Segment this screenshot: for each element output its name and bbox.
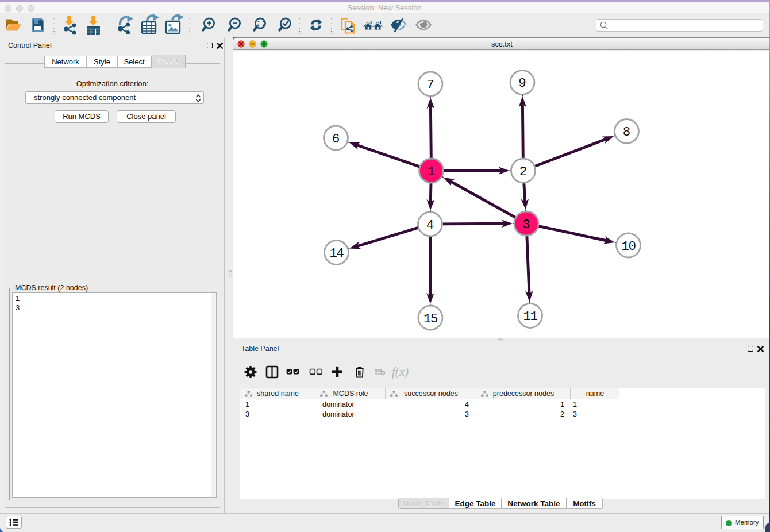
- svg-text:15: 15: [423, 311, 437, 326]
- svg-text:14: 14: [329, 246, 344, 261]
- svg-text:10: 10: [621, 239, 636, 254]
- svg-text:8: 8: [622, 125, 630, 140]
- svg-text:6: 6: [332, 132, 340, 147]
- svg-text:2: 2: [519, 164, 527, 179]
- svg-text:4: 4: [426, 218, 434, 233]
- svg-text:3: 3: [522, 217, 530, 232]
- svg-text:1: 1: [427, 164, 435, 179]
- svg-text:f(x): f(x): [392, 365, 409, 379]
- svg-text:9: 9: [518, 76, 526, 91]
- svg-text:11: 11: [523, 309, 537, 324]
- svg-text:7: 7: [426, 78, 434, 92]
